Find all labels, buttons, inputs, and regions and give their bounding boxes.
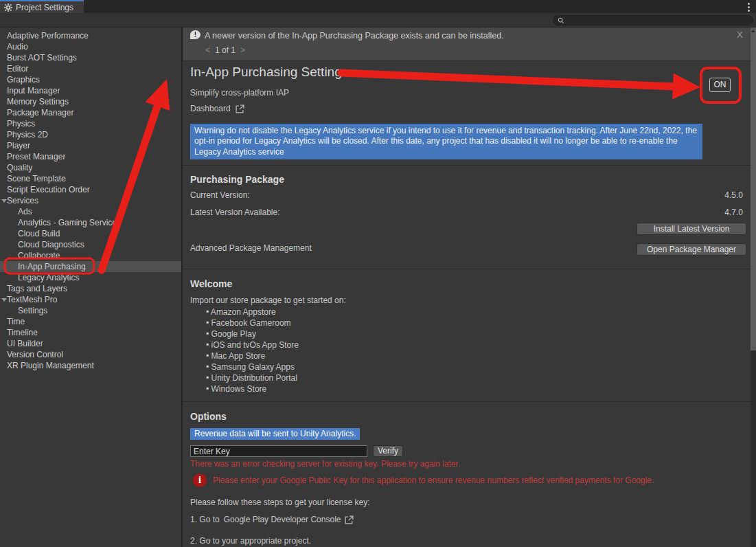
sidebar-item-label: Collaborate (18, 251, 60, 260)
license-steps-intro: Please follow these steps to get your li… (190, 498, 369, 507)
sidebar-item-label: In-App Purchasing (18, 262, 86, 271)
sidebar-item-services[interactable]: Services (0, 195, 181, 206)
sidebar-item-settings[interactable]: Settings (0, 305, 181, 316)
sidebar-item-ads[interactable]: Ads (0, 206, 181, 217)
sidebar-item-player[interactable]: Player (0, 140, 181, 151)
sidebar-item-cloud-build[interactable]: Cloud Build (0, 228, 181, 239)
store-list-item: • Samsung Galaxy Apps (206, 361, 299, 372)
sidebar-item-collaborate[interactable]: Collaborate (0, 250, 181, 261)
pager-prev-icon[interactable]: < (205, 45, 210, 55)
vertical-scrollbar[interactable] (751, 27, 756, 547)
welcome-intro: Import our store package to get started … (190, 295, 346, 305)
scrollbar-thumb[interactable] (751, 27, 756, 350)
sidebar-item-label: Settings (18, 306, 47, 315)
google-key-input[interactable] (190, 445, 367, 457)
sidebar-item-label: Player (7, 141, 30, 150)
sidebar-item-physics-2d[interactable]: Physics 2D (0, 129, 181, 140)
pager-next-icon[interactable]: > (240, 45, 245, 55)
options-heading: Options (190, 411, 227, 422)
settings-main-panel: ! A newer version of the In-App Purchasi… (183, 27, 751, 547)
sidebar-item-preset-manager[interactable]: Preset Manager (0, 151, 181, 162)
sidebar-item-time[interactable]: Time (0, 316, 181, 327)
banner-pager: < 1 of 1 > (205, 45, 245, 55)
latest-version-label: Latest Version Available: (190, 208, 280, 217)
sidebar-item-quality[interactable]: Quality (0, 162, 181, 173)
sidebar-item-input-manager[interactable]: Input Manager (0, 85, 181, 96)
sidebar-item-memory-settings[interactable]: Memory Settings (0, 96, 181, 107)
store-list-item: • Facebook Gameroom (206, 317, 299, 328)
dashboard-label: Dashboard (190, 104, 231, 113)
settings-sidebar: Adaptive PerformanceAudioBurst AOT Setti… (0, 27, 183, 547)
sidebar-item-label: Tags and Layers (7, 284, 67, 293)
revenue-analytics-note: Revenue data will be sent to Unity Analy… (190, 428, 360, 440)
google-play-console-link[interactable]: Google Play Developer Console (224, 515, 341, 524)
install-latest-version-button[interactable]: Install Latest Version (637, 223, 746, 235)
license-step-1: 1. Go to Google Play Developer Console (190, 515, 354, 524)
license-step-2: 2. Go to your appropriate project. (190, 536, 311, 546)
update-notification-banner: ! A newer version of the In-App Purchasi… (183, 27, 751, 61)
sidebar-item-label: Input Manager (7, 86, 60, 96)
banner-message: A newer version of the In-App Purchasing… (205, 31, 504, 41)
section-divider (183, 401, 751, 402)
store-list-item: • Amazon Appstore (206, 306, 299, 317)
sidebar-item-textmesh-pro[interactable]: TextMesh Pro (0, 294, 181, 305)
sidebar-item-physics[interactable]: Physics (0, 118, 181, 129)
sidebar-item-package-manager[interactable]: Package Manager (0, 107, 181, 118)
sidebar-item-timeline[interactable]: Timeline (0, 327, 181, 338)
sidebar-item-label: Services (7, 196, 38, 205)
sidebar-item-label: Cloud Build (18, 229, 60, 238)
advanced-package-management-label: Advanced Package Management (190, 243, 312, 253)
store-list-item: • Google Play (206, 328, 299, 339)
sidebar-item-tags-and-layers[interactable]: Tags and Layers (0, 283, 181, 294)
sidebar-item-scene-template[interactable]: Scene Template (0, 173, 181, 184)
search-field[interactable] (553, 15, 753, 25)
sidebar-item-editor[interactable]: Editor (0, 63, 181, 74)
sidebar-item-analytics-gaming-services[interactable]: Analytics - Gaming Services (0, 217, 181, 228)
section-divider (183, 269, 751, 269)
sidebar-item-legacy-analytics[interactable]: Legacy Analytics (0, 272, 181, 283)
sidebar-item-version-control[interactable]: Version Control (0, 349, 181, 360)
server-error-text: There was an error checking server for e… (190, 459, 460, 469)
sidebar-item-label: Preset Manager (7, 152, 65, 161)
pager-label: 1 of 1 (215, 45, 236, 55)
sidebar-item-script-execution-order[interactable]: Script Execution Order (0, 184, 181, 195)
iap-on-toggle-button[interactable]: ON (709, 78, 731, 92)
scroll-up-icon[interactable] (751, 30, 755, 32)
sidebar-item-label: Scene Template (7, 174, 66, 183)
kebab-menu-icon[interactable] (745, 2, 752, 12)
sidebar-item-audio[interactable]: Audio (0, 41, 181, 52)
store-list-item: • iOS and tvOs App Store (206, 339, 299, 350)
current-version-label: Current Version: (190, 190, 250, 200)
tab-project-settings[interactable]: Project Settings (0, 0, 84, 13)
sidebar-item-ui-builder[interactable]: UI Builder (0, 338, 181, 349)
sidebar-item-burst-aot-settings[interactable]: Burst AOT Settings (0, 52, 181, 63)
sidebar-item-label: Timeline (7, 328, 38, 337)
sidebar-item-label: Physics (7, 119, 35, 129)
sidebar-item-label: Ads (18, 207, 32, 216)
sidebar-item-label: Audio (7, 42, 28, 52)
sidebar-item-graphics[interactable]: Graphics (0, 74, 181, 85)
search-icon (558, 17, 564, 24)
store-list-item: • Unity Distribution Portal (206, 372, 299, 383)
sidebar-item-adaptive-performance[interactable]: Adaptive Performance (0, 30, 181, 41)
section-divider (183, 165, 751, 166)
store-list-item: • Mac App Store (206, 350, 299, 361)
foldout-triangle-icon[interactable] (1, 199, 7, 203)
dashboard-link[interactable]: Dashboard (190, 104, 244, 113)
sidebar-item-label: Quality (7, 163, 32, 172)
close-icon[interactable]: X (737, 30, 743, 40)
open-package-manager-button[interactable]: Open Package Manager (637, 243, 746, 256)
gear-icon (4, 3, 12, 12)
sidebar-item-in-app-purchasing[interactable]: In-App Purchasing (0, 261, 181, 272)
sidebar-item-cloud-diagnostics[interactable]: Cloud Diagnostics (0, 239, 181, 250)
sidebar-item-label: Burst AOT Settings (7, 53, 77, 63)
sidebar-item-xr-plugin-management[interactable]: XR Plugin Management (0, 360, 181, 371)
project-settings-window: Project Settings Adaptive PerformanceAud… (0, 0, 756, 547)
sidebar-item-label: UI Builder (7, 339, 43, 348)
current-version-value: 4.5.0 (724, 190, 743, 200)
search-input[interactable] (564, 16, 743, 25)
sidebar-item-label: Script Execution Order (7, 185, 90, 194)
title-bar: Project Settings (0, 0, 756, 13)
foldout-triangle-icon[interactable] (1, 298, 7, 302)
verify-button[interactable]: Verify (373, 445, 403, 457)
